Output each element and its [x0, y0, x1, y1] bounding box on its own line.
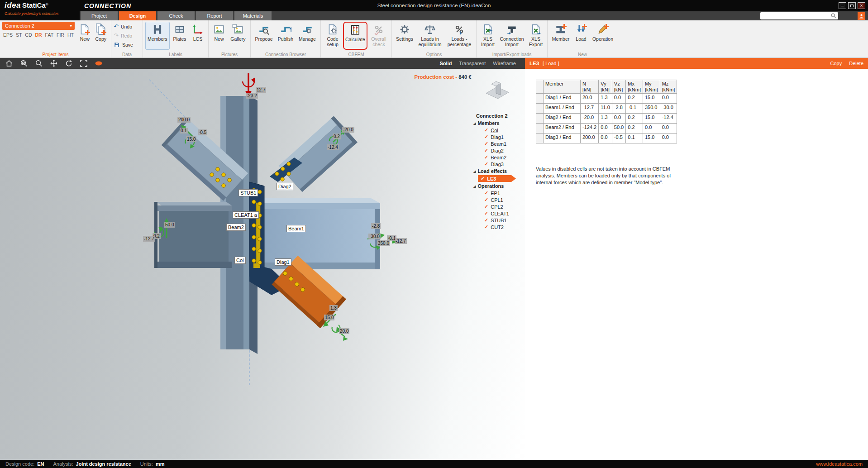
code-setup-button[interactable]: Code setup — [323, 22, 342, 50]
table-row[interactable]: Beam2 / End -124.2 0.0 50.0 0.2 0.0 0.0 — [536, 124, 677, 134]
cell-vy[interactable]: 11.0 — [599, 104, 612, 114]
check-icon[interactable]: ✓ — [484, 148, 488, 153]
check-icon[interactable]: ✓ — [484, 134, 488, 139]
row-selector-cell[interactable] — [536, 94, 544, 104]
tree-item-member[interactable]: ✓ Diag1 — [471, 134, 524, 140]
cell-member[interactable]: Diag2 / End — [544, 114, 581, 124]
check-icon[interactable]: ✓ — [484, 197, 488, 202]
profile-button[interactable] — [858, 12, 865, 20]
xls-export-button[interactable]: XLS Export — [527, 22, 545, 50]
cell-n[interactable]: -124.2 — [581, 124, 599, 134]
new-project-item-button[interactable]: New — [77, 22, 92, 50]
maximize-button[interactable] — [848, 2, 856, 9]
cell-mz[interactable]: 0.0 — [660, 134, 677, 143]
check-icon[interactable]: ✓ — [484, 191, 488, 196]
mode-wireframe[interactable]: Wireframe — [493, 61, 516, 66]
new-load-button[interactable]: Load — [572, 22, 590, 50]
tree-item-operation[interactable]: ✓ CUT2 — [471, 224, 524, 230]
undo-button[interactable]: ↶Undo — [114, 23, 133, 30]
tree-header-load-effects[interactable]: ◢ Load effects — [471, 167, 524, 175]
tree-item-member[interactable]: ✓ Beam1 — [471, 140, 524, 147]
connection-selector[interactable]: Connection 2 ▾ — [2, 22, 75, 30]
row-selector-cell[interactable] — [536, 104, 544, 114]
connection-import-button[interactable]: Connection Import — [498, 22, 526, 50]
zoom-fit-button[interactable] — [79, 59, 88, 68]
cell-vy[interactable]: 1.3 — [599, 94, 612, 104]
members-toggle-button[interactable]: Members — [145, 22, 170, 50]
expander-icon[interactable]: ◢ — [473, 170, 476, 173]
gallery-button[interactable]: Gallery — [228, 22, 248, 50]
table-row[interactable]: Beam1 / End -12.7 11.0 -2.8 -0.1 350.0 -… — [536, 104, 677, 114]
cell-vz[interactable]: 50.0 — [612, 124, 625, 134]
publish-button[interactable]: Publish — [276, 22, 296, 50]
cell-vy[interactable]: 0.0 — [599, 124, 612, 134]
cell-mx[interactable]: 0.1 — [626, 134, 643, 143]
cell-n[interactable]: -12.7 — [581, 104, 599, 114]
tree-item-member[interactable]: ✓ Diag2 — [471, 147, 524, 154]
render-style-button[interactable] — [94, 59, 103, 68]
loads-percentage-button[interactable]: Loads - percentage — [445, 22, 474, 50]
calculate-button[interactable]: Calculate — [343, 22, 367, 50]
new-member-button[interactable]: Member — [550, 22, 572, 50]
analysis-type-ht[interactable]: HT — [67, 32, 74, 38]
check-icon[interactable]: ✓ — [484, 141, 488, 146]
analysis-type-cd[interactable]: CD — [25, 32, 32, 38]
propose-button[interactable]: Propose — [253, 22, 275, 50]
cell-mx[interactable]: 0.2 — [626, 94, 643, 104]
analysis-type-st[interactable]: ST — [16, 32, 22, 38]
cell-my[interactable]: 15.0 — [643, 114, 660, 124]
row-selector-cell[interactable] — [536, 114, 544, 124]
expander-icon[interactable]: ◢ — [473, 185, 476, 188]
tree-item-member[interactable]: ✓ Diag3 — [471, 161, 524, 167]
tab-report[interactable]: Report — [196, 11, 233, 20]
check-icon[interactable]: ✓ — [484, 155, 488, 160]
lcs-toggle-button[interactable]: LCS — [190, 22, 206, 50]
mode-solid[interactable]: Solid — [439, 61, 452, 66]
check-icon[interactable]: ✓ — [484, 224, 488, 229]
tree-header-operations[interactable]: ◢ Operations — [471, 182, 524, 190]
home-view-button[interactable] — [5, 59, 14, 68]
cell-member[interactable]: Beam2 / End — [544, 124, 581, 134]
3d-scene[interactable] — [0, 69, 525, 460]
cell-mx[interactable]: -0.1 — [626, 104, 643, 114]
check-icon[interactable]: ✓ — [484, 211, 488, 216]
tree-item-operation[interactable]: ✓ STUB1 — [471, 217, 524, 224]
tree-header-members[interactable]: ◢ Members — [471, 119, 524, 127]
cell-vy[interactable]: 1.3 — [599, 114, 612, 124]
cell-n[interactable]: -20.0 — [581, 114, 599, 124]
manage-button[interactable]: Manage — [296, 22, 318, 50]
cell-n[interactable]: 20.0 — [581, 94, 599, 104]
cell-mx[interactable]: 0.2 — [626, 114, 643, 124]
new-operation-button[interactable]: Operation — [591, 22, 615, 50]
rotate-button[interactable] — [64, 59, 73, 68]
analysis-type-fir[interactable]: FIR — [57, 32, 64, 38]
table-row[interactable]: Diag3 / End 200.0 0.0 -0.5 0.1 15.0 0.0 — [536, 134, 677, 143]
tab-materials[interactable]: Materials — [234, 11, 272, 20]
tree-item-operation[interactable]: ✓ CPL2 — [471, 203, 524, 210]
minimize-button[interactable]: – — [839, 2, 846, 9]
cell-my[interactable]: 15.0 — [643, 134, 660, 143]
viewport-3d[interactable]: 12.7 -23.2 200.0 0.1 -0.5 15.0 -20.0 0.2… — [0, 69, 525, 460]
cell-my[interactable]: 350.0 — [643, 104, 660, 114]
redo-button[interactable]: ↷Redo — [114, 32, 133, 39]
cell-mz[interactable]: 0.0 — [660, 124, 677, 134]
loads-equilibrium-button[interactable]: Loads in equilibrium — [416, 22, 444, 50]
check-icon[interactable]: ✓ — [484, 218, 488, 223]
table-row[interactable]: Diag1 / End 20.0 1.3 0.0 0.2 15.0 0.0 — [536, 94, 677, 104]
tab-design[interactable]: Design — [119, 11, 156, 20]
delete-load-button[interactable]: Delete — [849, 61, 863, 66]
tree-item-member[interactable]: ✓ Beam2 — [471, 154, 524, 161]
tab-project[interactable]: Project — [81, 11, 118, 20]
tree-root-connection[interactable]: Connection 2 — [471, 112, 524, 119]
cell-member[interactable]: Diag3 / End — [544, 134, 581, 143]
tree-item-member[interactable]: ✓ Col — [471, 127, 524, 134]
mode-transparent[interactable]: Transparent — [459, 61, 486, 66]
cell-vy[interactable]: 0.0 — [599, 134, 612, 143]
settings-button[interactable]: Settings — [394, 22, 415, 50]
cell-vz[interactable]: 0.0 — [612, 114, 625, 124]
tab-check[interactable]: Check — [157, 11, 195, 20]
cell-mz[interactable]: -30.0 — [660, 104, 677, 114]
search-input[interactable] — [760, 13, 830, 19]
check-icon[interactable]: ✓ — [484, 128, 488, 133]
copy-load-button[interactable]: Copy — [830, 61, 842, 66]
